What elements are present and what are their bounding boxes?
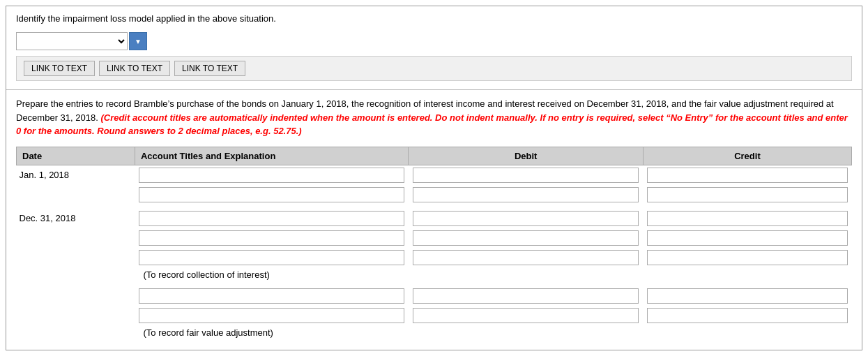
debit-cell <box>409 185 643 205</box>
date-dec31: Dec. 31, 2018 <box>17 209 135 228</box>
account-cell <box>135 165 409 185</box>
col-header-credit: Credit <box>643 147 851 165</box>
col-header-date: Date <box>17 147 135 165</box>
account-cell <box>135 306 409 325</box>
table-row <box>17 185 852 205</box>
note-cell-1: (To record collection of interest) <box>135 267 851 282</box>
credit-cell <box>643 248 851 267</box>
account-cell <box>135 228 409 248</box>
credit-cell <box>643 228 851 248</box>
note-date-empty <box>17 267 135 282</box>
dropdown-row <box>16 32 852 50</box>
debit-input-dec31-2[interactable] <box>413 230 639 246</box>
credit-input-dec31-1[interactable] <box>647 211 847 226</box>
link-to-text-button-3[interactable]: LINK TO TEXT <box>174 61 245 76</box>
account-cell <box>135 286 409 306</box>
credit-cell <box>643 306 851 325</box>
account-input-fv-1[interactable] <box>139 288 404 304</box>
debit-cell <box>409 165 643 185</box>
debit-input-fv-1[interactable] <box>413 288 639 304</box>
note-row-2: (To record fair value adjustment) <box>17 325 852 340</box>
impairment-dropdown[interactable] <box>16 32 128 50</box>
account-cell <box>135 209 409 228</box>
date-empty <box>17 248 135 267</box>
col-header-debit: Debit <box>409 147 643 165</box>
dropdown-arrow-button[interactable] <box>129 32 147 50</box>
table-row <box>17 306 852 325</box>
col-header-account: Account Titles and Explanation <box>135 147 409 165</box>
note-text-2: (To record fair value adjustment) <box>139 325 273 341</box>
credit-input-fv-1[interactable] <box>647 288 847 304</box>
links-bar: LINK TO TEXT LINK TO TEXT LINK TO TEXT <box>16 56 852 81</box>
debit-cell <box>409 228 643 248</box>
note-cell-2: (To record fair value adjustment) <box>135 325 851 340</box>
table-row <box>17 228 852 248</box>
credit-cell <box>643 165 851 185</box>
credit-cell <box>643 209 851 228</box>
credit-input-dec31-3[interactable] <box>647 250 847 265</box>
credit-cell <box>643 286 851 306</box>
link-to-text-button-2[interactable]: LINK TO TEXT <box>99 61 170 76</box>
debit-input-jan1-2[interactable] <box>413 187 639 202</box>
credit-input-dec31-2[interactable] <box>647 230 847 246</box>
note-text-1: (To record collection of interest) <box>139 267 269 283</box>
section-impairment: Identify the impairment loss model appli… <box>6 6 862 90</box>
debit-input-dec31-1[interactable] <box>413 211 639 226</box>
account-input-fv-2[interactable] <box>139 308 404 323</box>
link-to-text-button-1[interactable]: LINK TO TEXT <box>24 61 95 76</box>
table-row <box>17 286 852 306</box>
account-cell <box>135 248 409 267</box>
table-row: Dec. 31, 2018 <box>17 209 852 228</box>
credit-input-jan1-1[interactable] <box>647 168 847 183</box>
main-container: Identify the impairment loss model appli… <box>6 6 862 350</box>
note-date-empty <box>17 325 135 340</box>
debit-cell <box>409 286 643 306</box>
instruction-text: Prepare the entries to record Bramble’s … <box>16 97 852 138</box>
table-row <box>17 248 852 267</box>
table-row: Jan. 1, 2018 <box>17 165 852 185</box>
journal-table-body: Jan. 1, 2018 Dec. 31, 2018 <box>17 165 852 340</box>
instruction-red: (Credit account titles are automatically… <box>16 112 848 137</box>
credit-input-fv-2[interactable] <box>647 308 847 323</box>
date-empty <box>17 228 135 248</box>
account-input-dec31-3[interactable] <box>139 250 404 265</box>
debit-input-dec31-3[interactable] <box>413 250 639 265</box>
section-journal-entries: Prepare the entries to record Bramble’s … <box>6 90 862 350</box>
date-jan1: Jan. 1, 2018 <box>17 165 135 185</box>
debit-cell <box>409 209 643 228</box>
credit-cell <box>643 185 851 205</box>
question-text: Identify the impairment loss model appli… <box>16 13 852 24</box>
account-input-jan1-2[interactable] <box>139 187 404 202</box>
account-cell <box>135 185 409 205</box>
date-empty <box>17 286 135 306</box>
credit-input-jan1-2[interactable] <box>647 187 847 202</box>
debit-input-jan1-1[interactable] <box>413 168 639 183</box>
debit-cell <box>409 306 643 325</box>
debit-cell <box>409 248 643 267</box>
account-input-dec31-2[interactable] <box>139 230 404 246</box>
debit-input-fv-2[interactable] <box>413 308 639 323</box>
note-row-1: (To record collection of interest) <box>17 267 852 282</box>
table-header-row: Date Account Titles and Explanation Debi… <box>17 147 852 165</box>
account-input-jan1-1[interactable] <box>139 168 404 183</box>
date-empty <box>17 185 135 205</box>
date-empty <box>17 306 135 325</box>
account-input-dec31-1[interactable] <box>139 211 404 226</box>
journal-table: Date Account Titles and Explanation Debi… <box>16 147 852 340</box>
